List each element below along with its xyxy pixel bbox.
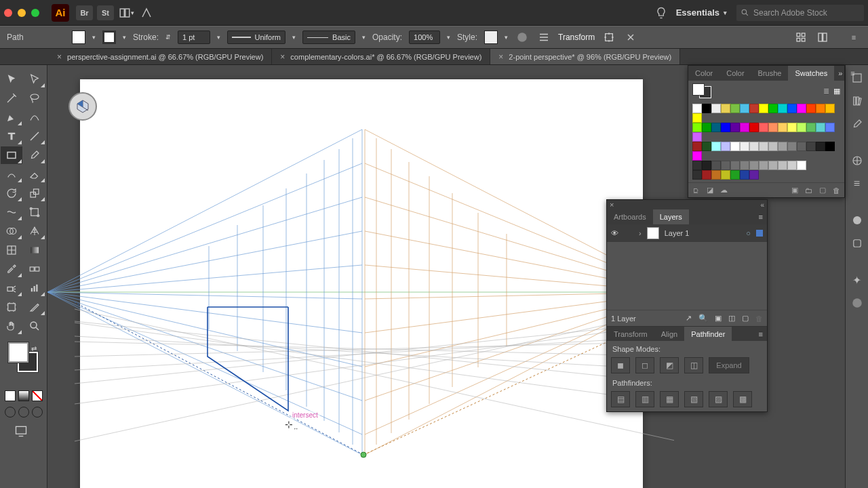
doc-tab-2[interactable]: ×2-point perspective* @ 96% (RGB/GPU Pre… (490, 49, 680, 64)
control-bar: Path ▾ ▾ Stroke: ⇵ 1 pt▾ Uniform▾ Basic▾… (0, 26, 868, 49)
align-icon[interactable] (536, 30, 551, 45)
svg-rect-4 (606, 34, 613, 41)
svg-rect-1 (125, 9, 129, 17)
workspace-switcher[interactable]: Essentials▾ (676, 7, 727, 18)
close-icon[interactable]: × (280, 52, 285, 62)
svg-rect-5 (797, 33, 800, 37)
doc-tab-0[interactable]: ×persperctive-assignment.ai @ 66.67% (RG… (49, 49, 272, 64)
app-menubar: Ai Br St ▾ Essentials▾ Search Adobe Stoc… (0, 0, 868, 26)
opacity-input[interactable]: 100% (409, 30, 440, 44)
recolor-icon[interactable] (515, 30, 530, 45)
arrange-documents-icon[interactable]: ▾ (118, 5, 134, 20)
graphic-style[interactable] (484, 30, 498, 44)
stroke-swatch[interactable] (102, 30, 116, 44)
style-menu[interactable]: ▾ (505, 34, 508, 41)
svg-rect-10 (823, 33, 827, 41)
fill-swatch[interactable] (72, 30, 85, 44)
opacity-label: Opacity: (372, 33, 402, 42)
bridge-link[interactable]: Br (76, 5, 93, 20)
stroke-weight[interactable]: 1 pt (178, 30, 210, 44)
stroke-menu[interactable]: ▾ (123, 34, 126, 41)
selection-type: Path (7, 33, 65, 42)
svg-rect-9 (818, 33, 822, 41)
opacity-menu[interactable]: ▾ (447, 34, 450, 41)
stroke-weight-menu[interactable]: ▾ (217, 34, 220, 41)
edit-similar-icon[interactable] (623, 30, 638, 45)
tab-label: persperctive-assignment.ai @ 66.67% (RGB… (67, 53, 263, 61)
brush-def[interactable]: Basic (302, 30, 355, 44)
options-icon[interactable]: ≡ (846, 30, 861, 45)
doc-tab-1[interactable]: ×complementary-colors.ai* @ 66.67% (RGB/… (272, 49, 490, 64)
document-tabs: ×persperctive-assignment.ai @ 66.67% (RG… (0, 49, 868, 65)
panel-toggle-1[interactable] (793, 30, 808, 45)
isolate-icon[interactable] (601, 30, 616, 45)
transform-link[interactable]: Transform (558, 33, 595, 42)
fill-menu[interactable]: ▾ (92, 34, 96, 41)
tab-label: complementary-colors.ai* @ 66.67% (RGB/G… (290, 53, 481, 61)
svg-point-2 (742, 9, 747, 14)
close-icon[interactable]: × (498, 52, 503, 62)
stock-search[interactable]: Search Adobe Stock (736, 5, 864, 21)
search-placeholder: Search Adobe Stock (753, 8, 827, 18)
svg-rect-6 (802, 33, 805, 37)
close-window[interactable] (4, 9, 12, 17)
app-logo: Ai (52, 4, 69, 22)
stroke-profile[interactable]: Uniform (227, 30, 285, 44)
svg-rect-8 (802, 38, 805, 41)
gpg-preview-icon[interactable] (138, 5, 155, 20)
workspace-label: Essentials (676, 7, 719, 18)
brush-menu[interactable]: ▾ (362, 34, 366, 41)
tab-label: 2-point perspective* @ 96% (RGB/GPU Prev… (509, 53, 671, 61)
close-icon[interactable]: × (57, 52, 62, 62)
zoom-window[interactable] (31, 9, 39, 17)
stock-link[interactable]: St (97, 5, 114, 20)
search-icon (741, 8, 749, 17)
svg-rect-7 (797, 38, 800, 41)
svg-point-3 (517, 33, 527, 42)
stroke-label: Stroke: (133, 33, 159, 42)
svg-rect-0 (120, 9, 124, 17)
stroke-profile-menu[interactable]: ▾ (292, 34, 296, 41)
panel-toggle-2[interactable] (815, 30, 830, 45)
style-label: Style: (457, 33, 477, 42)
minimize-window[interactable] (18, 9, 26, 17)
tips-icon[interactable] (654, 6, 668, 20)
stroke-stepper[interactable]: ⇵ (165, 34, 171, 41)
chevron-down-icon: ▾ (724, 9, 727, 16)
window-controls (4, 9, 39, 17)
